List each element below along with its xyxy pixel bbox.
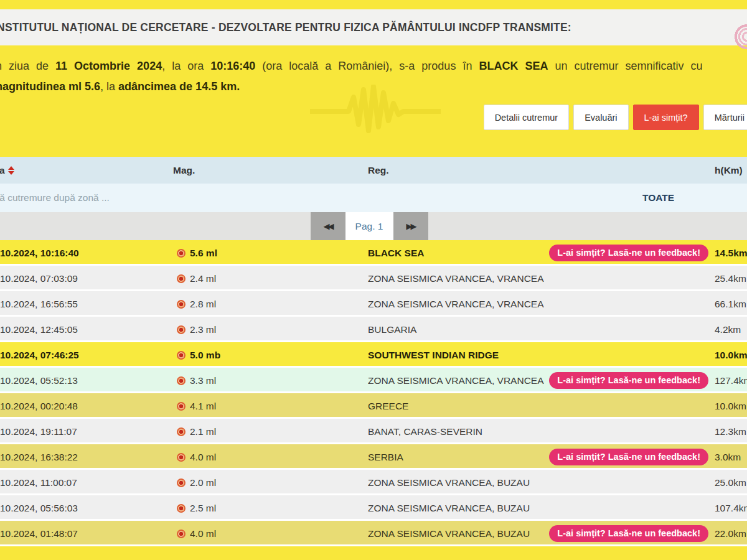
table-row[interactable]: 10.2024, 11:00:07 2.0 ml ZONA SEISMICA V… (0, 470, 747, 495)
quake-region: SERBIA (368, 444, 403, 470)
zone-filter-select[interactable]: TOATE (610, 184, 707, 212)
epicenter-icon (177, 402, 186, 411)
page-title: INSTITUTUL NAȚIONAL DE CERCETARE - DEZVO… (0, 21, 571, 34)
epicenter-icon (177, 249, 186, 258)
feedback-badge[interactable]: L-ai simțit? Lasă-ne un feedback! (549, 372, 708, 389)
testimonials-button[interactable]: Mărturii (703, 105, 747, 130)
table-row[interactable]: 10.2024, 12:45:05 2.3 ml BULGARIA 4.2km (0, 317, 747, 342)
alert-line1: În ziua de 11 Octombrie 2024, la ora 10:… (0, 60, 703, 72)
quake-region: ZONA SEISMICA VRANCEA, VRANCEA (368, 266, 544, 291)
current-page-label: Pag. 1 (345, 212, 393, 240)
epicenter-icon (177, 504, 186, 513)
table-row[interactable]: 10.2024, 05:52:13 3.3 ml ZONA SEISMICA V… (0, 368, 747, 393)
epicenter-icon (177, 376, 186, 385)
next-page-button[interactable]: ▶▶ (393, 212, 428, 240)
quake-region: ZONA SEISMICA VRANCEA, BUZAU (368, 495, 530, 521)
quake-depth: 10.0km (715, 393, 746, 419)
quake-depth: 107.4km (715, 495, 747, 521)
quake-region: BLACK SEA (368, 240, 424, 266)
quake-depth: 10.0km (715, 342, 747, 368)
table-row[interactable]: 10.2024, 07:03:09 2.4 ml ZONA SEISMICA V… (0, 266, 747, 291)
feedback-badge[interactable]: L-ai simțit? Lasă-ne un feedback! (549, 449, 708, 465)
quake-date: 10.2024, 16:38:22 (0, 444, 78, 470)
column-header-date[interactable]: Data (0, 157, 14, 184)
reviews-button[interactable]: Evaluări (573, 105, 628, 130)
quake-region: ZONA SEISMICA VRANCEA, VRANCEA (368, 291, 544, 317)
quake-magnitude: 4.0 ml (177, 444, 216, 470)
quake-region: SOUTHWEST INDIAN RIDGE (368, 342, 499, 368)
epicenter-icon (177, 300, 186, 309)
epicenter-target-icon (733, 23, 747, 50)
quake-depth: 25.0km (715, 470, 746, 495)
epicenter-icon (177, 453, 186, 462)
table-header: Data Mag. Reg. h(Km) (0, 157, 747, 184)
quake-depth: 4.2km (715, 317, 741, 342)
quake-date: 10.2024, 10:16:40 (0, 240, 79, 266)
quake-depth: 66.1km (715, 291, 746, 317)
quake-depth: 25.4km (715, 266, 746, 291)
feedback-badge[interactable]: L-ai simțit? Lasă-ne un feedback! (549, 245, 708, 261)
feedback-badge[interactable]: L-ai simțit? Lasă-ne un feedback! (549, 525, 708, 542)
epicenter-icon (177, 274, 186, 283)
earthquake-table: 10.2024, 10:16:40 5.6 ml BLACK SEA L-ai … (0, 240, 747, 546)
sort-icon[interactable] (8, 166, 14, 175)
table-row[interactable]: 10.2024, 16:38:22 4.0 ml SERBIA L-ai sim… (0, 444, 747, 470)
quake-magnitude: 2.4 ml (177, 266, 216, 291)
pagination-bar: ◀◀ Pag. 1 ▶▶ (0, 212, 747, 240)
table-row[interactable]: 10.2024, 01:48:07 4.0 ml ZONA SEISMICA V… (0, 521, 747, 546)
quake-date: 10.2024, 16:56:55 (0, 291, 78, 317)
epicenter-icon (177, 325, 186, 334)
quake-magnitude: 2.1 ml (177, 419, 216, 444)
quake-region: BANAT, CARAS-SEVERIN (368, 419, 482, 444)
epicenter-icon (177, 530, 186, 538)
epicenter-icon (177, 478, 186, 487)
quake-date: 10.2024, 07:03:09 (0, 266, 78, 291)
details-button[interactable]: Detalii cutremur (484, 105, 570, 130)
quake-magnitude: 5.6 ml (177, 240, 217, 266)
table-row[interactable]: 10.2024, 07:46:25 5.0 mb SOUTHWEST INDIA… (0, 342, 747, 368)
felt-it-button[interactable]: L-ai simțit? (633, 105, 699, 130)
seismogram-wave-icon (310, 85, 441, 138)
quake-depth: 12.3km (715, 419, 746, 444)
alert-line2: magnitudinea ml 5.6, la adâncimea de 14.… (0, 80, 240, 93)
quake-magnitude: 2.8 ml (177, 291, 216, 317)
action-button-row: Detalii cutremur Evaluări L-ai simțit? M… (484, 105, 747, 130)
table-row[interactable]: 10.2024, 10:16:40 5.6 ml BLACK SEA L-ai … (0, 240, 747, 266)
quake-region: BULGARIA (368, 317, 416, 342)
quake-date: 10.2024, 05:56:03 (0, 495, 78, 521)
quake-date: 10.2024, 12:45:05 (0, 317, 78, 342)
quake-depth: 14.5km (715, 240, 747, 266)
epicenter-icon (177, 351, 186, 360)
column-header-magnitude[interactable]: Mag. (173, 157, 195, 184)
quake-date: 10.2024, 00:20:48 (0, 393, 78, 419)
quake-region: ZONA SEISMICA VRANCEA, VRANCEA (368, 368, 544, 393)
quake-region: ZONA SEISMICA VRANCEA, BUZAU (368, 470, 530, 495)
quake-magnitude: 2.5 ml (177, 495, 216, 521)
quake-region: GREECE (368, 393, 408, 419)
quake-date: 10.2024, 01:48:07 (0, 521, 78, 546)
quake-magnitude: 3.3 ml (177, 368, 216, 393)
quake-magnitude: 5.0 mb (177, 342, 220, 368)
quake-depth: 127.4km (715, 368, 747, 393)
epicenter-icon (177, 427, 186, 436)
table-row[interactable]: 10.2024, 05:56:03 2.5 ml ZONA SEISMICA V… (0, 495, 747, 521)
quake-magnitude: 4.1 ml (177, 393, 216, 419)
table-row[interactable]: 10.2024, 19:11:07 2.1 ml BANAT, CARAS-SE… (0, 419, 747, 444)
quake-date: 10.2024, 05:52:13 (0, 368, 78, 393)
quake-region: ZONA SEISMICA VRANCEA, BUZAU (368, 521, 530, 546)
filter-row: TOATE (0, 184, 747, 212)
quake-date: 10.2024, 07:46:25 (0, 342, 79, 368)
quake-date: 10.2024, 19:11:07 (0, 419, 77, 444)
table-row[interactable]: 10.2024, 16:56:55 2.8 ml ZONA SEISMICA V… (0, 291, 747, 317)
column-header-depth[interactable]: h(Km) (715, 157, 743, 184)
column-header-region[interactable]: Reg. (368, 157, 389, 184)
quake-magnitude: 2.0 ml (177, 470, 216, 495)
table-row[interactable]: 10.2024, 00:20:48 4.1 ml GREECE 10.0km (0, 393, 747, 419)
search-zone-input[interactable] (0, 184, 542, 212)
quake-depth: 3.0km (715, 444, 741, 470)
quake-magnitude: 2.3 ml (177, 317, 216, 342)
prev-page-button[interactable]: ◀◀ (311, 212, 345, 240)
quake-depth: 22.0km (715, 521, 746, 546)
quake-date: 10.2024, 11:00:07 (0, 470, 77, 495)
title-bar: INSTITUTUL NAȚIONAL DE CERCETARE - DEZVO… (0, 9, 747, 45)
